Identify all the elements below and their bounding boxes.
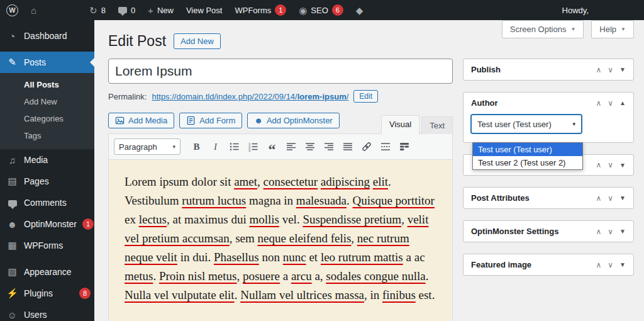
author-select-dropdown: Test user (Test user) Test user 2 (Test … (472, 142, 583, 170)
diamond-icon: ◆ (356, 6, 364, 15)
italic-button[interactable]: I (208, 139, 223, 155)
misspelled-word: adipiscing (321, 175, 370, 188)
panel-publish: Publish ∧ ∨ ▼ (463, 59, 634, 81)
move-up-icon[interactable]: ∧ (596, 194, 602, 203)
posts-icon: ✎ (6, 57, 18, 68)
author-select[interactable]: Test user (Test user) ▾ (471, 115, 582, 133)
view-post-link[interactable]: View Post (180, 0, 229, 20)
panel-optinmonster-settings: OptinMonster Settings ∧ ∨ ▼ (463, 220, 634, 242)
optinmonster-badge: 1 (82, 218, 94, 230)
sidebar-item-comments[interactable]: Comments (0, 192, 94, 213)
sidebar-item-dashboard[interactable]: ◔ Dashboard (0, 25, 94, 47)
editor-column: Permalink: https://domain.tld/index.php/… (108, 59, 453, 321)
toggle-panel-icon[interactable]: ▼ (619, 261, 626, 268)
wpforms-menu[interactable]: WPForms 1 (228, 0, 292, 20)
panel-optinmonster-settings-header[interactable]: OptinMonster Settings ∧ ∨ ▼ (464, 221, 633, 242)
dropdown-option-1[interactable]: Test user (Test user) (473, 143, 582, 156)
move-up-icon[interactable]: ∧ (596, 99, 602, 108)
blockquote-button[interactable]: “ (264, 139, 280, 155)
home-icon: ⌂ (31, 6, 36, 15)
paragraph-format-select[interactable]: Paragraph ▾ (114, 138, 180, 155)
add-new-button[interactable]: Add New (174, 33, 221, 49)
comments-icon (6, 198, 18, 208)
misspelled-word: Suspendisse pretium (303, 213, 401, 226)
misspelled-word: Phasellus (214, 251, 259, 264)
panel-post-attributes-header[interactable]: Post Attributes ∧ ∨ ▼ (464, 188, 633, 208)
comments-menu[interactable]: 0 (112, 0, 142, 20)
move-up-icon[interactable]: ∧ (596, 227, 602, 236)
diamond-menu[interactable]: ◆ (350, 0, 370, 20)
misspelled-word: neque eleifend felis (258, 232, 352, 245)
wordpress-logo-menu[interactable]: W (0, 0, 25, 20)
misspelled-word: Proin nisl metus (159, 269, 237, 283)
comments-icon (118, 7, 127, 13)
move-down-icon[interactable]: ∨ (608, 261, 613, 269)
align-right-button[interactable] (321, 139, 336, 155)
toolbar-toggle-button[interactable] (396, 139, 412, 155)
move-up-icon[interactable]: ∧ (596, 261, 602, 269)
move-down-icon[interactable]: ∨ (608, 227, 613, 236)
toggle-panel-icon[interactable]: ▼ (619, 194, 626, 201)
toggle-panel-icon[interactable]: ▼ (619, 162, 626, 169)
toggle-panel-icon[interactable]: ▼ (619, 228, 626, 235)
post-title-input[interactable] (108, 59, 453, 84)
sidebar-item-users[interactable]: ☺ Users (0, 304, 94, 321)
move-down-icon[interactable]: ∨ (608, 194, 613, 203)
sidebar-item-appearance[interactable]: ▧ Appearance (0, 261, 94, 283)
text-segment: ex (125, 213, 139, 226)
toggle-panel-icon[interactable]: ▲ (619, 99, 626, 106)
submenu-tags[interactable]: Tags (0, 127, 94, 144)
sidebar-item-media[interactable]: ♫ Media (0, 149, 94, 171)
align-center-button[interactable] (302, 139, 318, 155)
panel-title: Author (471, 98, 596, 108)
move-up-icon[interactable]: ∧ (596, 160, 602, 169)
bold-button[interactable]: B (189, 139, 204, 155)
panel-featured-image-header[interactable]: Featured image ∧ ∨ ▼ (464, 254, 633, 275)
misspelled-word: mollis (249, 213, 279, 226)
misspelled-word: consectetur (264, 175, 318, 188)
submenu-categories[interactable]: Categories (0, 110, 94, 127)
sidebar-item-plugins[interactable]: ⚡ Plugins 8 (0, 283, 94, 304)
bulleted-list-button[interactable] (226, 139, 242, 155)
seo-menu[interactable]: ◉ SEO 6 (292, 0, 350, 20)
submenu-add-new[interactable]: Add New (0, 93, 94, 110)
howdy-menu[interactable]: Howdy, (556, 0, 644, 20)
panel-publish-header[interactable]: Publish ∧ ∨ ▼ (464, 59, 633, 80)
add-optinmonster-button[interactable]: ☻ Add OptinMonster (247, 113, 339, 128)
numbered-list-icon: 123 (248, 141, 259, 152)
editor-content-area[interactable]: Lorem ipsum dolor sit amet, consectetur … (109, 160, 452, 321)
sidebar-item-wpforms[interactable]: ▦ WPForms (0, 235, 94, 256)
wpforms-icon: ▦ (6, 240, 18, 251)
tab-visual[interactable]: Visual (381, 115, 419, 134)
dropdown-option-2[interactable]: Test user 2 (Test user 2) (473, 156, 582, 169)
panel-author-body: Test user (Test user) ▾ Test user (Test … (464, 113, 633, 142)
new-content-menu[interactable]: + New (142, 0, 180, 20)
sidebar-item-pages[interactable]: ▤ Pages (0, 171, 94, 192)
link-button[interactable] (358, 139, 374, 155)
site-home-link[interactable]: ⌂ (25, 0, 43, 20)
move-down-icon[interactable]: ∨ (608, 160, 613, 169)
align-justify-button[interactable] (340, 139, 355, 155)
sidebar-item-posts[interactable]: ✎ Posts (0, 52, 94, 73)
more-tag-button[interactable] (377, 139, 393, 155)
sidebar-item-optinmonster[interactable]: ☻ OptinMonster 1 (0, 213, 94, 235)
help-button[interactable]: Help ▼ (591, 20, 634, 38)
text-segment: , (351, 232, 357, 245)
numbered-list-button[interactable]: 123 (245, 139, 261, 155)
toggle-panel-icon[interactable]: ▼ (619, 66, 626, 73)
screen-options-button[interactable]: Screen Options ▼ (502, 20, 584, 38)
add-media-button[interactable]: Add Media (108, 113, 174, 128)
updates-menu[interactable]: ↻ 8 (83, 0, 112, 20)
add-form-button[interactable]: Add Form (179, 113, 242, 128)
submenu-all-posts[interactable]: All Posts (0, 76, 94, 93)
move-down-icon[interactable]: ∨ (608, 99, 613, 108)
permalink-link[interactable]: https://domain.tld/index.php/2022/09/14/… (152, 92, 348, 101)
plus-icon: + (148, 6, 153, 15)
edit-permalink-button[interactable]: Edit (353, 90, 378, 103)
misspelled-word: Quisque porttitor (353, 194, 435, 207)
align-left-button[interactable] (283, 139, 299, 155)
move-down-icon[interactable]: ∨ (608, 65, 613, 74)
tab-text[interactable]: Text (421, 116, 453, 134)
panel-author-header[interactable]: Author ∧ ∨ ▲ (464, 93, 633, 113)
move-up-icon[interactable]: ∧ (596, 65, 602, 74)
